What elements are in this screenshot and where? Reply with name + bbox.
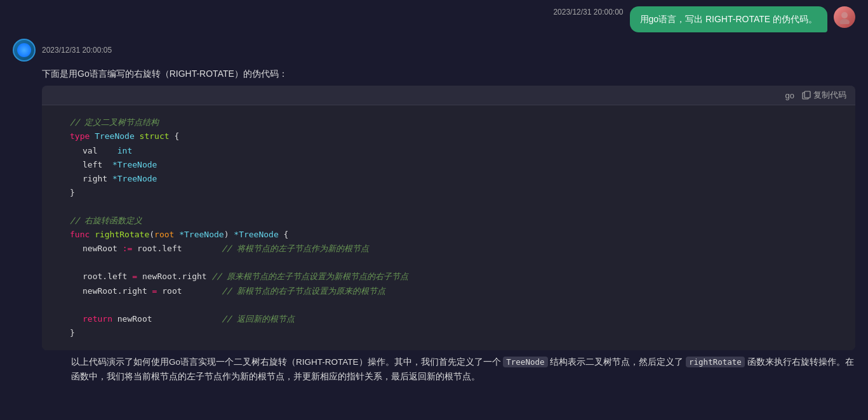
bottom-text-2: 结构表示二叉树节点，然后定义了 [550, 357, 683, 367]
bottom-code-1: TreeNode [503, 357, 547, 367]
svg-rect-3 [805, 91, 810, 98]
ai-header: 2023/12/31 20:00:05 [13, 39, 855, 62]
ai-timestamp: 2023/12/31 20:00:05 [42, 46, 112, 55]
user-avatar [834, 6, 855, 28]
user-timestamp: 2023/12/31 20:00:00 [553, 8, 623, 16]
code-lang-label: go [785, 91, 794, 100]
code-block: // 定义二叉树节点结构 type TreeNode struct { val … [42, 105, 855, 350]
svg-point-1 [839, 19, 850, 24]
ai-intro-text: 下面是用Go语言编写的右旋转（RIGHT-ROTATE）的伪代码： [42, 67, 855, 81]
ai-message-content: 下面是用Go语言编写的右旋转（RIGHT-ROTATE）的伪代码： go 复制代… [42, 67, 855, 420]
bottom-text-1: 以上代码演示了如何使用Go语言实现一个二叉树右旋转（RIGHT-ROTATE）操… [71, 357, 501, 367]
bottom-code-2: rightRotate [686, 357, 745, 367]
copy-code-button[interactable]: 复制代码 [802, 89, 846, 101]
code-block-wrapper: go 复制代码 // 定义二叉树节点结构 type TreeNode struc… [42, 86, 855, 350]
copy-label: 复制代码 [813, 89, 846, 101]
ai-bottom-text: 以上代码演示了如何使用Go语言实现一个二叉树右旋转（RIGHT-ROTATE）操… [71, 355, 855, 391]
user-bubble: 用go语言，写出 RIGHT-ROTATE 的伪代码。 [630, 6, 828, 32]
svg-point-0 [841, 12, 848, 18]
ai-avatar [13, 39, 36, 62]
user-message-row: 2023/12/31 20:00:00 用go语言，写出 RIGHT-ROTAT… [0, 0, 868, 36]
ai-message-area: 2023/12/31 20:00:05 下面是用Go语言编写的右旋转（RIGHT… [0, 36, 868, 420]
code-block-header: go 复制代码 [42, 86, 855, 105]
